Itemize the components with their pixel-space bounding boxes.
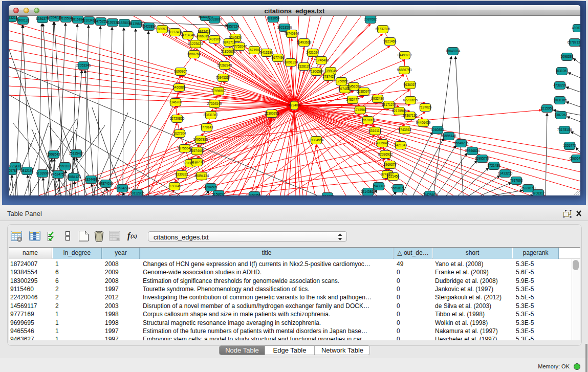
svg-text:7770143: 7770143	[201, 125, 213, 129]
svg-text:1399049: 1399049	[324, 69, 337, 73]
svg-text:4896383: 4896383	[572, 26, 580, 30]
svg-text:27354549: 27354549	[207, 102, 222, 105]
svg-text:9413186: 9413186	[260, 51, 273, 54]
svg-text:6658760: 6658760	[188, 52, 201, 56]
svg-text:15300293: 15300293	[265, 112, 279, 115]
svg-text:5240824: 5240824	[229, 36, 242, 39]
svg-text:7543303: 7543303	[373, 184, 385, 188]
svg-text:7346706: 7346706	[169, 100, 182, 104]
svg-text:22053346: 22053346	[76, 63, 91, 67]
svg-text:86578091: 86578091	[361, 118, 376, 122]
svg-text:99091334: 99091334	[284, 60, 298, 64]
svg-text:19218506: 19218506	[277, 26, 292, 29]
svg-text:7991183: 7991183	[59, 164, 72, 168]
svg-text:65648236: 65648236	[454, 141, 469, 145]
svg-text:55886753: 55886753	[397, 68, 412, 72]
svg-text:0932480: 0932480	[372, 97, 384, 100]
svg-text:82175946: 82175946	[392, 109, 407, 113]
svg-text:2087682: 2087682	[364, 17, 377, 21]
svg-text:71746488: 71746488	[314, 58, 329, 62]
svg-text:6475255: 6475255	[95, 19, 107, 23]
svg-text:4216073: 4216073	[321, 194, 334, 195]
svg-text:62702895: 62702895	[403, 98, 418, 102]
svg-text:85574443: 85574443	[190, 149, 205, 152]
svg-text:02606474: 02606474	[570, 157, 580, 160]
svg-text:9421047: 9421047	[395, 143, 407, 147]
svg-text:73178108: 73178108	[557, 128, 572, 132]
svg-text:7889579: 7889579	[156, 27, 169, 31]
svg-text:13493618: 13493618	[297, 40, 312, 44]
svg-text:3158692: 3158692	[212, 192, 225, 195]
svg-text:16033809: 16033809	[207, 17, 222, 21]
svg-text:1031051: 1031051	[556, 69, 569, 73]
svg-text:16648784: 16648784	[446, 49, 461, 53]
svg-text:18724007: 18724007	[287, 103, 302, 107]
svg-text:2787429: 2787429	[323, 75, 336, 78]
svg-text:25135427: 25135427	[69, 151, 84, 155]
svg-text:2260256: 2260256	[248, 193, 261, 195]
svg-text:4316117: 4316117	[369, 129, 382, 133]
svg-text:61595148: 61595148	[442, 134, 456, 138]
svg-text:54145868: 54145868	[361, 190, 376, 193]
svg-text:74367136: 74367136	[403, 114, 418, 117]
svg-text:13171274: 13171274	[382, 103, 397, 106]
svg-text:51850671: 51850671	[221, 50, 236, 53]
svg-text:3518233: 3518233	[191, 160, 204, 164]
svg-text:(x): (x)	[130, 233, 137, 239]
svg-text:7917693: 7917693	[510, 179, 523, 182]
svg-text:9521456: 9521456	[387, 174, 400, 178]
svg-text:2421024: 2421024	[307, 51, 319, 54]
svg-text:62386922: 62386922	[378, 152, 393, 156]
svg-text:15451680: 15451680	[346, 84, 361, 88]
svg-text:71756551: 71756551	[334, 79, 349, 83]
svg-text:71906594: 71906594	[309, 70, 324, 73]
svg-text:5466889: 5466889	[173, 85, 186, 89]
svg-text:3482477: 3482477	[346, 98, 359, 101]
svg-text:34957885: 34957885	[193, 138, 208, 141]
svg-text:6193990: 6193990	[36, 171, 49, 175]
svg-text:1326773: 1326773	[563, 144, 576, 147]
svg-text:4005045: 4005045	[376, 141, 389, 145]
svg-text:9636057: 9636057	[404, 83, 417, 86]
svg-text:0842710: 0842710	[223, 40, 236, 44]
svg-text:6690967: 6690967	[175, 70, 187, 73]
svg-text:60385977: 60385977	[357, 90, 372, 93]
svg-text:2328120: 2328120	[298, 64, 311, 68]
svg-text:72423884: 72423884	[142, 25, 157, 28]
svg-text:37996507: 37996507	[211, 89, 226, 93]
svg-text:87234309: 87234309	[9, 164, 23, 168]
svg-text:8215958: 8215958	[541, 106, 554, 110]
svg-text:9821465: 9821465	[384, 39, 397, 43]
svg-text:4966319: 4966319	[197, 34, 209, 38]
svg-text:8721489: 8721489	[488, 164, 500, 167]
svg-text:76945314: 76945314	[216, 76, 231, 79]
svg-text:1615594: 1615594	[60, 16, 73, 20]
svg-text:19384554: 19384554	[309, 138, 324, 142]
svg-text:1824493: 1824493	[85, 178, 98, 181]
svg-text:4060883: 4060883	[431, 128, 444, 132]
svg-text:13433200: 13433200	[498, 171, 513, 175]
svg-text:80112805: 80112805	[130, 191, 144, 195]
svg-text:9743953: 9743953	[399, 128, 411, 132]
svg-text:67737826: 67737826	[376, 27, 390, 31]
svg-text:34714345: 34714345	[181, 33, 195, 37]
svg-text:00524278: 00524278	[115, 186, 130, 190]
svg-text:7187026: 7187026	[419, 105, 432, 109]
svg-text:36995777: 36995777	[475, 157, 490, 160]
svg-text:6998543: 6998543	[48, 152, 60, 156]
svg-text:55698169: 55698169	[391, 186, 406, 190]
svg-text:7193745: 7193745	[168, 184, 181, 188]
svg-text:9600133: 9600133	[17, 18, 30, 22]
svg-text:01429401: 01429401	[423, 193, 438, 195]
svg-text:0812191: 0812191	[21, 169, 34, 172]
svg-text:37631165: 37631165	[553, 98, 567, 102]
svg-text:80831367: 80831367	[204, 113, 219, 117]
svg-text:98084124: 98084124	[67, 175, 81, 179]
svg-text:7857224: 7857224	[227, 25, 239, 28]
svg-text:1969379: 1969379	[384, 163, 397, 166]
svg-text:62729806: 62729806	[170, 117, 185, 120]
svg-text:0330923: 0330923	[176, 172, 188, 176]
svg-text:3387262: 3387262	[555, 113, 568, 117]
svg-text:49894134: 49894134	[194, 174, 209, 178]
svg-text:8708317: 8708317	[532, 191, 545, 195]
